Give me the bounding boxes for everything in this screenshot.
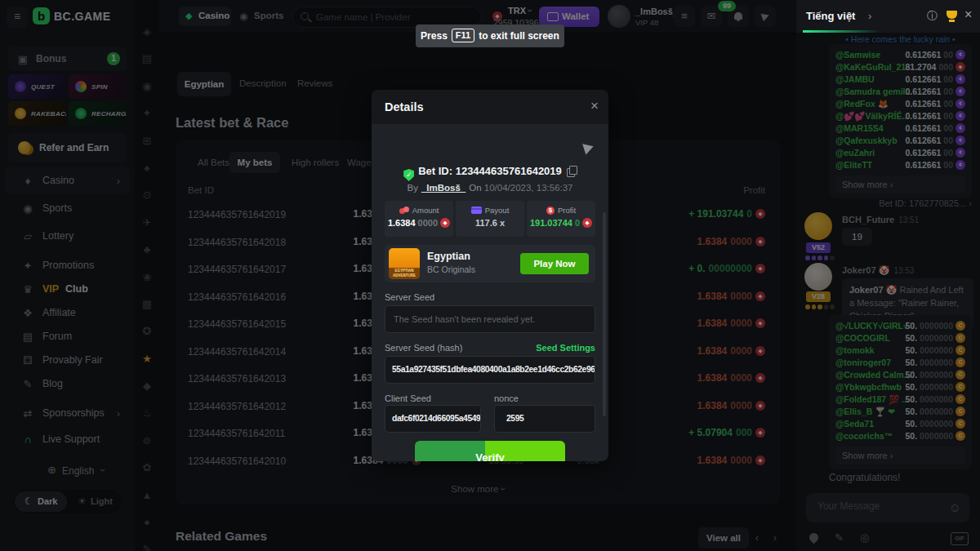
on-label: On [469, 183, 481, 193]
trx-coin-icon [440, 218, 450, 228]
modal-title: Details [385, 100, 424, 113]
payout-value: 117.6 x [475, 218, 505, 228]
amount-label: Amount [412, 206, 439, 215]
game-thumbnail[interactable]: EGYPTIAN ADVENTURE [389, 248, 420, 279]
copy-icon[interactable] [567, 166, 577, 176]
bet-byline: By_ImBosš_On 10/04/2023, 13:56:37 [372, 183, 608, 193]
toast-text: Press [421, 30, 448, 42]
nonce-field[interactable]: 2595 [494, 405, 595, 433]
verify-button[interactable]: Verify [415, 441, 565, 461]
by-label: By [407, 183, 417, 193]
nonce-label: nonce [494, 393, 519, 403]
game-card: EGYPTIAN ADVENTURE Egyptian BC Originals… [385, 245, 595, 282]
verified-shield-icon: ✓ [403, 169, 414, 181]
amount-value: 1.6384 [388, 218, 416, 228]
chat-room-selector[interactable]: Tiếng việt [806, 10, 855, 22]
stat-payout: Payout 117.6 x [456, 201, 524, 237]
trx-coin-icon [582, 218, 592, 228]
bet-date: 10/04/2023, 13:56:37 [484, 183, 573, 193]
server-seed-hash-field[interactable]: 55a1a927435f51dbfea4080400a1a8b2ee1d46cc… [385, 356, 595, 384]
active-room-underline [803, 30, 880, 33]
client-seed-label: Client Seed [385, 393, 431, 403]
server-seed-field[interactable]: The Seed hasn't been revealed yet. [385, 305, 595, 333]
bet-id-value: Bet ID: 123444635761642019 [418, 165, 562, 177]
toast-text: to exit full screen [479, 30, 559, 42]
thumb-caption: EGYPTIAN ADVENTURE [389, 268, 420, 279]
play-now-button[interactable]: Play Now [520, 253, 589, 274]
share-icon[interactable] [582, 140, 595, 154]
payout-icon [471, 207, 482, 214]
bet-stats: Amount 1.63840000 Payout 117.6 x $Profit… [385, 201, 595, 237]
bet-details-modal: Details × ✓Bet ID: 123444635761642019 By… [372, 90, 608, 461]
server-seed-label: Server Seed [385, 292, 434, 302]
bet-id-row: ✓Bet ID: 123444635761642019 [372, 165, 608, 181]
profit-value: 191.03744 [530, 218, 572, 228]
profit-label: Profit [558, 206, 576, 215]
game-name: Egyptian [427, 251, 470, 262]
server-seed-hash-label: Server Seed (hash) [385, 343, 462, 353]
fullscreen-toast: PressF11to exit full screen [416, 24, 564, 47]
stat-amount: Amount 1.63840000 [385, 201, 453, 237]
profit-icon: $ [546, 207, 555, 215]
f11-key: F11 [452, 29, 474, 42]
payout-label: Payout [485, 206, 510, 215]
info-icon[interactable]: ⓘ [927, 9, 938, 24]
app-root: ≡ b BC.GAME ▣ Bonus 1 QUESTSPINRAKEBACKR… [0, 0, 980, 551]
client-seed-field[interactable]: dafc6f0214d66095a4549 [385, 405, 481, 433]
modal-header: Details × [372, 90, 608, 124]
close-icon[interactable]: × [590, 98, 599, 114]
close-chat-icon[interactable]: × [964, 7, 972, 22]
player-link[interactable]: _ImBosš_ [421, 183, 466, 193]
amount-icon [399, 207, 409, 214]
stat-profit: $Profit 191.037440 [527, 201, 595, 237]
game-provider: BC Originals [427, 264, 475, 274]
chat-header: Tiếng việt › ⓘ × [796, 0, 980, 33]
chevron-right-icon: › [868, 10, 871, 22]
modal-scrollbar[interactable] [603, 212, 606, 416]
seed-settings-link[interactable]: Seed Settings [536, 343, 595, 353]
trophy-icon[interactable] [947, 11, 957, 19]
